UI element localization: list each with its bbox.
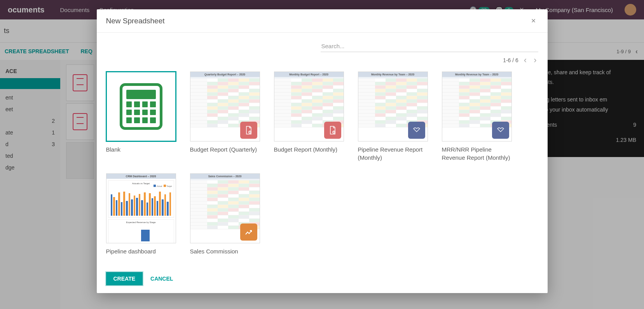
template-thumbnail: Monthly Revenue by Team – 2020 — [442, 72, 512, 141]
chevron-right-icon[interactable]: › — [532, 54, 538, 66]
template-budget-m[interactable]: Monthly Budget Report – 2020Budget Repor… — [274, 72, 344, 162]
pager-text: 1-6 / 6 — [503, 57, 518, 63]
modal-overlay: New Spreadsheet × 1-6 / 6 ‹ › BlankQuart… — [0, 0, 644, 309]
spreadsheet-icon — [107, 72, 175, 141]
template-blank[interactable]: Blank — [106, 72, 176, 162]
modal-header: New Spreadsheet × — [97, 9, 548, 33]
template-pipeline-dash[interactable]: CRM Dashboard – 2020Actuals vs TargetAct… — [106, 173, 176, 255]
template-label: Pipeline dashboard — [106, 247, 176, 255]
template-mrr-nrr[interactable]: Monthly Revenue by Team – 2020MRR/NRR Pi… — [442, 72, 512, 162]
modal-body: 1-6 / 6 ‹ › BlankQuarterly Budget Report… — [97, 33, 548, 267]
template-label: MRR/NRR Pipeline Revenue Report (Monthly… — [442, 145, 512, 162]
template-label: Budget Report (Monthly) — [274, 145, 344, 154]
template-thumbnail: Sales Commission – 2020 — [190, 173, 260, 243]
template-label: Pipeline Revenue Report (Monthly) — [358, 145, 428, 162]
app-badge-icon — [408, 122, 425, 139]
new-spreadsheet-modal: New Spreadsheet × 1-6 / 6 ‹ › BlankQuart… — [97, 9, 548, 293]
template-thumbnail: Monthly Budget Report – 2020 — [274, 72, 344, 141]
template-pipeline-m[interactable]: Monthly Revenue by Team – 2020Pipeline R… — [358, 72, 428, 162]
chevron-left-icon[interactable]: ‹ — [522, 54, 528, 66]
modal-title: New Spreadsheet — [106, 17, 165, 25]
template-thumbnail: Quarterly Budget Report – 2020 — [190, 72, 260, 141]
create-button[interactable]: CREATE — [106, 272, 143, 285]
template-label: Sales Commission — [190, 247, 260, 255]
app-badge-icon — [240, 122, 257, 139]
template-label: Budget Report (Quarterly) — [190, 145, 260, 154]
template-budget-q[interactable]: Quarterly Budget Report – 2020Budget Rep… — [190, 72, 260, 162]
template-thumbnail: CRM Dashboard – 2020Actuals vs TargetAct… — [106, 173, 176, 243]
template-thumbnail: Monthly Revenue by Team – 2020 — [358, 72, 428, 141]
app-badge-icon — [492, 122, 509, 139]
app-badge-icon — [324, 122, 341, 139]
app-badge-icon — [240, 223, 257, 241]
template-sales-comm[interactable]: Sales Commission – 2020Sales Commission — [190, 173, 260, 255]
template-label: Blank — [106, 145, 176, 154]
modal-pager: 1-6 / 6 ‹ › — [106, 54, 538, 66]
cancel-button[interactable]: CANCEL — [150, 276, 173, 282]
template-grid: BlankQuarterly Budget Report – 2020Budge… — [106, 72, 538, 255]
template-thumbnail — [106, 72, 176, 141]
modal-footer: CREATE CANCEL — [97, 267, 548, 293]
search-input[interactable] — [321, 40, 538, 52]
close-icon[interactable]: × — [529, 16, 538, 26]
